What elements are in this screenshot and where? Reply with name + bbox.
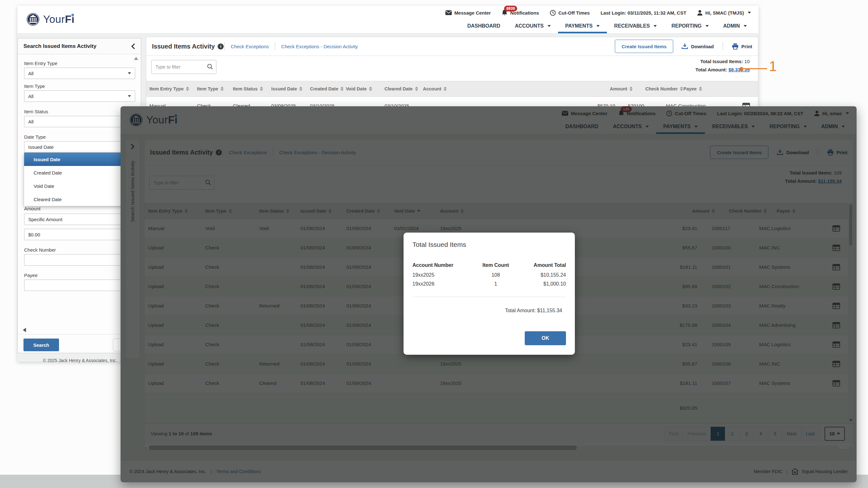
tab-check-exceptions[interactable]: Check Exceptions bbox=[230, 44, 269, 49]
modal-title: Total Issued Items bbox=[412, 241, 575, 248]
total-amount-link[interactable]: $8,333.35 bbox=[728, 67, 750, 72]
amount-value-field[interactable]: $0.00 bbox=[24, 229, 135, 240]
chevron-down-icon bbox=[548, 25, 551, 27]
item-type-select[interactable]: All bbox=[24, 90, 135, 102]
sort-icon bbox=[260, 87, 263, 91]
sort-icon bbox=[699, 87, 702, 91]
nav-dashboard[interactable]: DASHBOARD bbox=[460, 19, 507, 33]
foreground-window: YourFi Message Center 149 Notifications … bbox=[121, 106, 857, 482]
total-items-value: 10 bbox=[744, 59, 750, 64]
filter-field bbox=[151, 60, 216, 74]
screenshot-stage: YourFi Message Center 6939 Notifications… bbox=[0, 0, 868, 488]
back-title-row: Issued Items Activity Check Exceptions C… bbox=[146, 37, 758, 56]
sidebar-scroll-up-icon[interactable] bbox=[134, 57, 138, 60]
ok-button[interactable]: OK bbox=[525, 331, 566, 345]
modal-divider bbox=[412, 297, 566, 297]
col-account[interactable]: Account bbox=[423, 86, 587, 91]
sidebar-scroll-left-icon[interactable] bbox=[23, 328, 26, 332]
dropdown-option-void-date[interactable]: Void Date bbox=[24, 179, 135, 192]
payee-label: Payee bbox=[24, 273, 38, 278]
modal-table-header: Account Number Item Count Amount Total bbox=[412, 263, 566, 268]
tab-decision-activity[interactable]: Check Exceptions - Decision Activity bbox=[281, 44, 358, 49]
col-item-type[interactable]: Item Type bbox=[197, 86, 233, 91]
last-login-text: Last Login: 03/11/2025, 11:32 AM, CST bbox=[600, 10, 686, 16]
yourfi-logo[interactable]: YourFi bbox=[26, 12, 74, 27]
bell-icon: 6939 bbox=[502, 9, 507, 16]
nav-reporting[interactable]: REPORTING bbox=[664, 19, 716, 33]
bank-logo-icon bbox=[26, 12, 40, 27]
printer-icon bbox=[732, 43, 739, 50]
message-center-link[interactable]: Message Center bbox=[445, 10, 491, 16]
callout-line bbox=[743, 68, 767, 69]
date-type-label: Date Type bbox=[24, 134, 46, 140]
dropdown-option-created-date[interactable]: Created Date bbox=[24, 166, 135, 179]
check-number-label: Check Number bbox=[24, 247, 56, 252]
col-created-date[interactable]: Created Date bbox=[310, 86, 346, 91]
payee-input[interactable] bbox=[24, 279, 135, 291]
chevron-down-icon bbox=[748, 12, 751, 13]
check-number-input[interactable] bbox=[24, 254, 135, 266]
notifications-link[interactable]: 6939 Notifications bbox=[502, 9, 539, 16]
dropdown-option-issued-date[interactable]: Issued Date bbox=[24, 153, 135, 166]
col-amount[interactable]: Amount bbox=[587, 86, 632, 91]
back-totals: Total Issued Items: 10 Total Amount: $8,… bbox=[695, 57, 750, 74]
page-title: Issued Items Activity bbox=[152, 43, 215, 50]
date-type-dropdown: Issued Date Created Date Void Date Clear… bbox=[24, 153, 135, 206]
sort-icon bbox=[340, 87, 344, 91]
amount-label: Amount bbox=[24, 206, 41, 211]
item-entry-type-select[interactable]: All bbox=[24, 68, 135, 79]
chevron-down-icon bbox=[706, 25, 709, 27]
sort-icon bbox=[415, 87, 418, 91]
total-issued-items-modal: Total Issued Items Account Number Item C… bbox=[404, 233, 575, 355]
item-type-label: Item Type bbox=[24, 84, 45, 89]
download-icon bbox=[681, 43, 688, 50]
back-main-nav: DASHBOARD ACCOUNTS PAYMENTS RECEIVABLES … bbox=[460, 19, 754, 33]
sort-icon bbox=[443, 87, 447, 91]
nav-receivables[interactable]: RECEIVABLES bbox=[607, 19, 664, 33]
col-payee[interactable]: Payee bbox=[680, 86, 755, 91]
item-entry-type-label: Item Entry Type bbox=[24, 61, 57, 66]
col-issued-date[interactable]: Issued Date bbox=[271, 86, 310, 91]
back-table-header: Item Entry Type Item Type Item Status Is… bbox=[146, 81, 758, 97]
info-icon[interactable] bbox=[218, 43, 224, 50]
search-button[interactable]: Search bbox=[24, 339, 59, 351]
dropdown-option-cleared-date[interactable]: Cleared Date bbox=[24, 192, 135, 206]
col-check-number[interactable]: Check Number bbox=[632, 86, 680, 91]
cutoff-times-link[interactable]: Cut-Off Times bbox=[550, 10, 590, 16]
item-status-label: Item Status bbox=[24, 109, 48, 114]
chevron-down-icon bbox=[128, 95, 131, 97]
callout-number: 1 bbox=[769, 58, 777, 74]
print-button[interactable]: Print bbox=[732, 43, 752, 50]
nav-payments[interactable]: PAYMENTS bbox=[558, 19, 607, 33]
collapse-sidebar-icon[interactable] bbox=[131, 43, 135, 50]
sort-icon bbox=[369, 87, 372, 91]
nav-accounts[interactable]: ACCOUNTS bbox=[507, 19, 558, 33]
logo-text: YourFi bbox=[43, 13, 74, 25]
envelope-icon bbox=[445, 10, 452, 15]
back-topbar: YourFi Message Center 6939 Notifications… bbox=[18, 6, 758, 34]
item-status-select[interactable]: All bbox=[24, 116, 135, 127]
download-button[interactable]: Download bbox=[681, 43, 714, 50]
user-icon bbox=[697, 10, 703, 16]
modal-table: Account Number Item Count Amount Total 1… bbox=[412, 263, 566, 288]
chevron-down-icon bbox=[128, 72, 131, 74]
notifications-badge: 6939 bbox=[504, 6, 517, 11]
chevron-down-icon bbox=[654, 25, 657, 27]
modal-table-row: 19xx2025 108 $10,155.24 bbox=[412, 271, 566, 279]
col-void-date[interactable]: Void Date bbox=[346, 86, 384, 91]
back-utility-nav: Message Center 6939 Notifications Cut-Of… bbox=[445, 9, 751, 16]
user-menu[interactable]: Hi, SMAC (TMJS) bbox=[697, 10, 751, 16]
search-icon bbox=[207, 63, 213, 70]
nav-admin[interactable]: ADMIN bbox=[716, 19, 754, 33]
create-issued-items-button[interactable]: Create Issued Items bbox=[615, 40, 673, 53]
sort-icon bbox=[629, 87, 632, 91]
modal-table-rows: 19xx2025 108 $10,155.24 19xx2026 1 $1,00… bbox=[412, 271, 566, 288]
date-type-select[interactable]: Issued Date bbox=[24, 141, 135, 153]
col-item-entry-type[interactable]: Item Entry Type bbox=[149, 86, 197, 91]
modal-total: Total Amount: $11,155.34 bbox=[404, 308, 575, 313]
col-cleared-date[interactable]: Cleared Date bbox=[384, 86, 423, 91]
amount-mode-select[interactable]: Specific Amount bbox=[24, 214, 135, 225]
clock-icon bbox=[550, 10, 556, 16]
col-item-status[interactable]: Item Status bbox=[233, 86, 271, 91]
sort-icon bbox=[220, 87, 224, 91]
